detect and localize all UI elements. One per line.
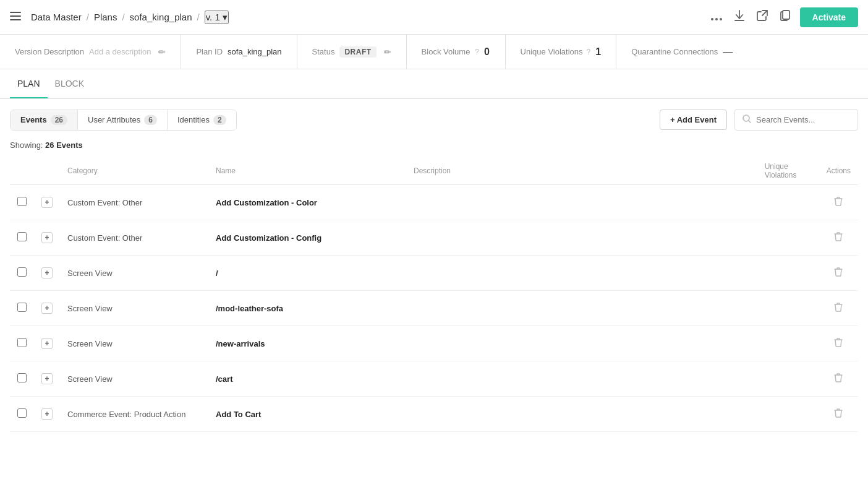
row-checkbox[interactable] (17, 303, 27, 312)
delete-row-button[interactable] (829, 405, 848, 423)
showing-count: 26 Events (45, 140, 83, 150)
version-desc-edit-button[interactable]: ✏ (158, 47, 166, 57)
delete-row-button[interactable] (829, 335, 848, 352)
row-expand-cell: + (34, 256, 60, 291)
unique-violations-value: 1 (595, 46, 601, 58)
row-actions-cell (819, 361, 858, 397)
row-expand-button[interactable]: + (41, 338, 53, 349)
unique-violations-label: Unique Violations (521, 47, 583, 56)
events-count-badge: 26 (51, 115, 67, 125)
row-description (406, 397, 757, 432)
table-row: + Screen View /cart (10, 361, 858, 397)
svg-rect-2 (10, 19, 21, 20)
tab-user-attributes-label: User Attributes (88, 115, 140, 124)
copy-button[interactable] (778, 7, 793, 27)
tab-identities[interactable]: Identities 2 (168, 110, 236, 130)
row-checkbox-cell (10, 220, 34, 256)
table-row: + Screen View / (10, 256, 858, 291)
plan-id-value: sofa_king_plan (228, 47, 281, 56)
row-unique-violations (757, 361, 819, 397)
plan-id-label: Plan ID (196, 47, 223, 56)
unique-violations-field: Unique Violations ? 1 (506, 35, 617, 69)
tab-plan[interactable]: PLAN (10, 70, 48, 98)
user-attributes-count-badge: 6 (144, 115, 157, 125)
row-checkbox[interactable] (17, 373, 27, 382)
add-event-button[interactable]: + Add Event (660, 110, 727, 130)
row-expand-button[interactable]: + (41, 267, 53, 278)
version-description-field: Version Description Add a description ✏ (0, 35, 181, 69)
row-description (406, 361, 757, 397)
row-actions-cell (819, 326, 858, 361)
th-category: Category (60, 157, 208, 185)
menu-icon[interactable] (10, 11, 21, 24)
download-button[interactable] (732, 7, 747, 27)
row-expand-cell: + (34, 220, 60, 256)
row-checkbox-cell (10, 326, 34, 361)
block-volume-help-icon[interactable]: ? (475, 48, 479, 56)
plan-id-field: Plan ID sofa_king_plan (181, 35, 297, 69)
row-category: Custom Event: Other (60, 185, 208, 220)
row-checkbox[interactable] (17, 197, 27, 206)
tab-user-attributes[interactable]: User Attributes 6 (78, 110, 168, 130)
row-checkbox[interactable] (17, 338, 27, 347)
row-expand-button[interactable]: + (41, 373, 53, 384)
row-checkbox[interactable] (17, 232, 27, 241)
delete-row-button[interactable] (829, 229, 848, 246)
row-actions-cell (819, 397, 858, 432)
svg-rect-1 (10, 15, 21, 17)
delete-row-button[interactable] (829, 264, 848, 282)
version-label: v. 1 (206, 12, 220, 22)
row-checkbox-cell (10, 291, 34, 326)
table-row: + Custom Event: Other Add Customization … (10, 220, 858, 256)
metadata-bar: Version Description Add a description ✏ … (0, 35, 868, 69)
svg-rect-0 (10, 12, 21, 13)
row-description (406, 185, 757, 220)
row-unique-violations (757, 326, 819, 361)
row-name: /cart (208, 361, 406, 397)
top-nav: Data Master / Plans / sofa_king_plan / v… (0, 0, 868, 35)
export-button[interactable] (754, 7, 770, 27)
row-expand-cell: + (34, 326, 60, 361)
th-checkbox (10, 157, 34, 185)
breadcrumb-data-master[interactable]: Data Master (31, 12, 82, 22)
events-toolbar: Events 26 User Attributes 6 Identities 2… (10, 99, 858, 136)
svg-point-4 (715, 18, 718, 20)
row-checkbox[interactable] (17, 408, 27, 418)
more-options-button[interactable] (708, 8, 725, 26)
delete-row-button[interactable] (829, 300, 848, 317)
row-description (406, 291, 757, 326)
showing-prefix: Showing: (10, 140, 43, 150)
unique-violations-help-icon[interactable]: ? (587, 48, 591, 56)
row-actions-cell (819, 256, 858, 291)
table-row: + Custom Event: Other Add Customization … (10, 185, 858, 220)
row-expand-button[interactable]: + (41, 197, 53, 208)
quarantine-connections-label: Quarantine Connections (631, 47, 718, 56)
tab-block[interactable]: BLOCK (48, 70, 91, 98)
svg-rect-7 (783, 11, 789, 19)
table-row: + Commerce Event: Product Action Add To … (10, 397, 858, 432)
row-expand-button[interactable]: + (41, 232, 53, 243)
th-name: Name (208, 157, 406, 185)
activate-button[interactable]: Activate (800, 7, 858, 27)
row-unique-violations (757, 256, 819, 291)
row-unique-violations (757, 397, 819, 432)
breadcrumb-plan-name[interactable]: sofa_king_plan (130, 12, 192, 22)
breadcrumb-plans[interactable]: Plans (94, 12, 117, 22)
tab-events[interactable]: Events 26 (11, 110, 78, 130)
row-category: Custom Event: Other (60, 220, 208, 256)
row-name: Add Customization - Config (208, 220, 406, 256)
search-input[interactable] (756, 115, 843, 124)
version-desc-value[interactable]: Add a description (89, 47, 151, 56)
delete-row-button[interactable] (829, 370, 848, 387)
row-expand-button[interactable]: + (41, 303, 53, 314)
svg-point-3 (711, 18, 713, 20)
row-expand-cell: + (34, 291, 60, 326)
row-name: Add To Cart (208, 397, 406, 432)
row-expand-button[interactable]: + (41, 408, 53, 420)
plan-block-tabs: PLAN BLOCK (0, 69, 868, 99)
row-checkbox[interactable] (17, 267, 27, 277)
delete-row-button[interactable] (829, 194, 848, 211)
version-selector[interactable]: v. 1 ▾ (205, 11, 229, 24)
status-edit-button[interactable]: ✏ (384, 47, 391, 57)
table-header-row: Category Name Description Unique Violati… (10, 157, 858, 185)
